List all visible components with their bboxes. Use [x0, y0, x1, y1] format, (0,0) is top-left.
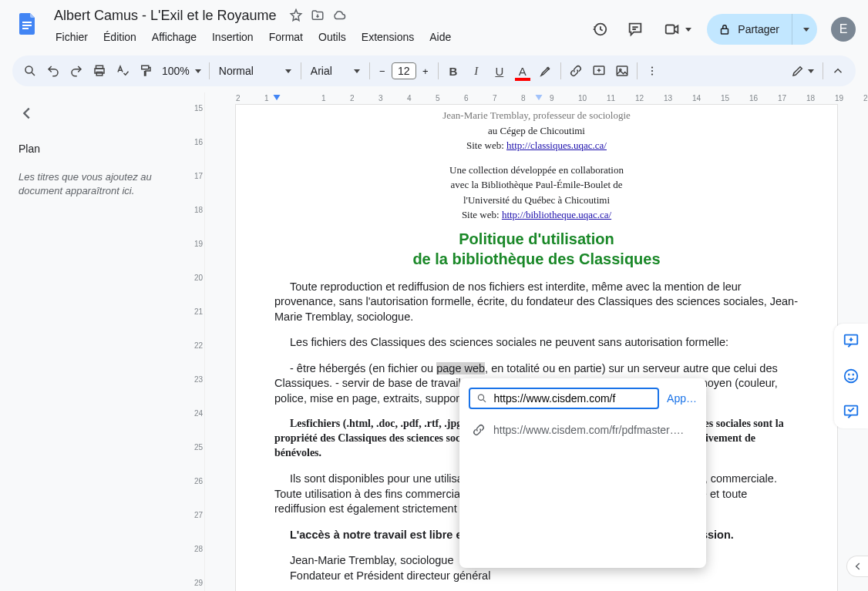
share-dropdown[interactable] [792, 14, 817, 45]
svg-rect-5 [722, 29, 728, 34]
text-selection: page web [436, 362, 485, 374]
chevron-down-icon [285, 69, 291, 73]
svg-rect-1 [22, 25, 32, 26]
menu-format[interactable]: Format [263, 28, 309, 46]
toolbar: 100% Normal Arial − 12 + B I U A [12, 55, 856, 86]
print-icon[interactable] [88, 59, 111, 82]
menu-fichier[interactable]: Fichier [49, 28, 94, 46]
body-link[interactable]: http://classiques.uqac.ca/ [506, 139, 607, 151]
spellcheck-icon[interactable] [111, 59, 134, 82]
collapse-icon[interactable] [826, 59, 849, 82]
svg-point-21 [853, 374, 853, 375]
ruler-vertical: 151617181920212223242526272829 [193, 92, 205, 591]
indent-marker-right[interactable] [535, 95, 543, 102]
svg-rect-4 [666, 25, 675, 34]
svg-rect-12 [617, 66, 627, 76]
outline-hint: Les titres que vous ajoutez au document … [19, 170, 174, 198]
menu-affichage[interactable]: Affichage [146, 28, 203, 46]
body-link[interactable]: http://bibliotheque.uqac.ca/ [502, 209, 611, 220]
emoji-icon[interactable] [839, 364, 863, 388]
svg-point-16 [651, 73, 653, 75]
chevron-down-icon [354, 69, 360, 73]
edit-mode-icon[interactable] [786, 59, 819, 82]
chevron-down-icon [803, 28, 809, 32]
svg-rect-0 [22, 22, 32, 23]
font-size-input[interactable]: 12 [392, 62, 416, 79]
style-select[interactable]: Normal [213, 60, 298, 82]
redo-icon[interactable] [65, 59, 88, 82]
search-icon[interactable] [19, 59, 42, 82]
menu-outils[interactable]: Outils [312, 28, 352, 46]
link-url-input[interactable] [493, 392, 651, 405]
share-label: Partager [738, 23, 779, 35]
side-panel [834, 324, 868, 428]
italic-icon[interactable]: I [465, 59, 488, 82]
svg-point-6 [25, 66, 32, 73]
menu-insertion[interactable]: Insertion [206, 28, 260, 46]
insert-link-icon[interactable] [564, 59, 587, 82]
insert-image-icon[interactable] [611, 59, 634, 82]
chevron-down-icon [685, 28, 691, 32]
font-select[interactable]: Arial [304, 60, 366, 82]
svg-point-15 [651, 70, 653, 72]
paint-format-icon[interactable] [134, 59, 157, 82]
apply-button[interactable]: App… [667, 392, 697, 405]
menu-extensions[interactable]: Extensions [355, 28, 420, 46]
svg-point-17 [478, 395, 483, 400]
lock-icon [718, 22, 732, 36]
svg-rect-2 [22, 28, 29, 29]
chevron-down-icon [195, 69, 201, 73]
text-color-icon[interactable]: A [511, 59, 534, 82]
svg-point-19 [845, 370, 858, 383]
svg-point-20 [849, 374, 849, 375]
link-suggestion[interactable]: https://www.cisdem.com/fr/pdfmaster…. [469, 417, 697, 443]
zoom-select[interactable]: 100% [157, 65, 206, 77]
meet-button[interactable] [658, 16, 698, 42]
link-insert-popup: App… https://www.cisdem.com/fr/pdfmaster… [459, 378, 706, 568]
back-icon[interactable] [19, 105, 174, 124]
comments-icon[interactable] [622, 16, 648, 42]
avatar[interactable]: E [831, 17, 856, 42]
add-comment-icon[interactable] [587, 59, 611, 82]
star-icon[interactable] [289, 8, 303, 22]
more-icon[interactable] [641, 59, 664, 82]
menu-edition[interactable]: Édition [97, 28, 143, 46]
cloud-status-icon[interactable] [332, 8, 346, 22]
font-size-decrease[interactable]: − [373, 62, 392, 80]
outline-sidebar: Plan Les titres que vous ajoutez au docu… [0, 92, 193, 591]
suggest-icon[interactable] [839, 399, 863, 424]
bold-icon[interactable]: B [442, 59, 465, 82]
doc-text: Jean-Marie Tremblay, professeur de socio… [274, 108, 799, 123]
svg-point-14 [651, 66, 653, 68]
docs-logo[interactable] [12, 8, 43, 39]
highlight-icon[interactable] [534, 59, 557, 82]
add-comment-side-icon[interactable] [839, 328, 863, 353]
move-icon[interactable] [311, 8, 325, 22]
underline-icon[interactable]: U [488, 59, 511, 82]
expand-side-panel[interactable] [846, 556, 868, 577]
ruler-horizontal: 21123456789101112131415161718192021 [236, 92, 868, 105]
svg-rect-10 [142, 65, 149, 69]
chevron-down-icon [808, 69, 814, 73]
share-button[interactable]: Partager [707, 14, 792, 45]
menu-aide[interactable]: Aide [423, 28, 457, 46]
heading: Politique d'utilisationde la bibliothèqu… [274, 229, 799, 269]
link-icon [472, 423, 486, 437]
font-size-increase[interactable]: + [416, 62, 435, 80]
history-icon[interactable] [587, 16, 613, 42]
outline-heading: Plan [19, 143, 174, 155]
doc-title[interactable]: Albert Camus - L'Exil et le Royaume [49, 6, 281, 25]
document-page[interactable]: Jean-Marie Tremblay, professeur de socio… [236, 105, 837, 591]
undo-icon[interactable] [42, 59, 65, 82]
indent-marker-left[interactable] [273, 95, 281, 102]
search-icon [476, 392, 487, 405]
